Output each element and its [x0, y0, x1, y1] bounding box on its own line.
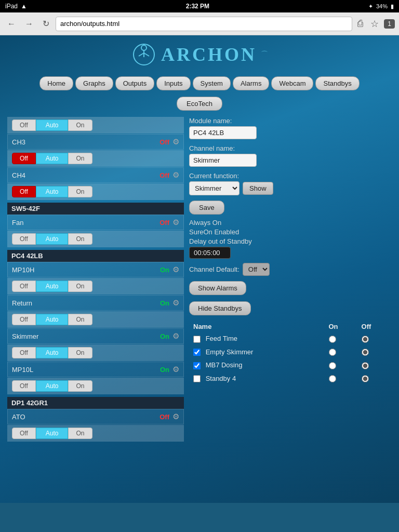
standby-mb7dosing-on-radio[interactable] — [329, 362, 336, 369]
auto-button-fan[interactable]: Auto — [36, 233, 69, 245]
off-button-3[interactable]: Off — [12, 186, 36, 197]
nav-webcam[interactable]: Webcam — [271, 76, 313, 90]
forward-button[interactable]: → — [22, 17, 36, 31]
channel-block-ch4: CH4 Off ⚙ — [7, 167, 184, 183]
standby-feedtime-on-radio[interactable] — [329, 336, 336, 343]
on-button-skimmer[interactable]: On — [68, 347, 92, 358]
off-button-skimmer[interactable]: Off — [12, 347, 36, 358]
standby-emptyskimmer-off-cell — [358, 346, 391, 358]
always-on-label: Always On — [189, 219, 392, 227]
mp10h-status: On — [160, 266, 169, 274]
nav-bar: Home Graphs Outputs Inputs System Alarms… — [0, 73, 399, 94]
off-button-1[interactable]: Off — [12, 119, 36, 131]
channel-name-input[interactable] — [189, 154, 257, 167]
bookmark-button[interactable]: ☆ — [368, 16, 381, 32]
on-button-mp10h[interactable]: On — [68, 281, 92, 292]
auto-button-2[interactable]: Auto — [36, 153, 69, 164]
channel-block-ch3: CH3 Off ⚙ — [7, 134, 184, 150]
fan-status: Off — [159, 219, 169, 227]
standby-mb7dosing-checkbox[interactable] — [193, 362, 201, 369]
ch3-gear-icon[interactable]: ⚙ — [172, 137, 179, 147]
control-row-1: Off Auto On — [8, 117, 183, 133]
auto-button-ato[interactable]: Auto — [36, 428, 69, 439]
standby-mb7dosing-cell: MB7 Dosing — [190, 359, 325, 371]
off-button-ato[interactable]: Off — [12, 428, 36, 439]
on-button-ato[interactable]: On — [68, 428, 92, 439]
mp10l-gear-icon[interactable]: ⚙ — [172, 365, 179, 374]
time-input[interactable] — [189, 247, 231, 259]
wifi-signal-icon: ⌒ — [261, 50, 268, 59]
channel-block-return-ctrl: Off Auto On — [7, 311, 184, 328]
nav-alarms[interactable]: Alarms — [233, 76, 269, 90]
on-button-1[interactable]: On — [68, 119, 92, 131]
nav-inputs[interactable]: Inputs — [156, 76, 190, 90]
ch3-label: CH3 — [12, 138, 156, 146]
content-area: Off Auto On CH3 Off ⚙ Off Auto On — [0, 114, 399, 445]
standby-standby4-cell: Standby 4 — [190, 373, 325, 385]
logo-icon — [131, 42, 157, 68]
ecotech-button[interactable]: EcoTech — [177, 97, 222, 111]
channel-default-select[interactable]: Off On — [243, 263, 270, 276]
ch4-gear-icon[interactable]: ⚙ — [172, 170, 179, 180]
off-button-mp10l[interactable]: Off — [12, 380, 36, 392]
url-input[interactable] — [56, 17, 352, 31]
reload-button[interactable]: ↻ — [39, 17, 52, 31]
off-button-2[interactable]: Off — [12, 153, 36, 164]
skimmer-gear-icon[interactable]: ⚙ — [172, 331, 179, 341]
fan-gear-icon[interactable]: ⚙ — [172, 218, 179, 227]
on-button-fan[interactable]: On — [68, 233, 92, 245]
standby-row-standby4: Standby 4 — [190, 373, 391, 385]
logo-text: ARCHON — [161, 44, 257, 65]
channel-block-fan-ctrl: Off Auto On — [7, 231, 184, 247]
auto-button-mp10h[interactable]: Auto — [36, 281, 69, 292]
save-button[interactable]: Save — [189, 201, 224, 215]
svg-point-1 — [141, 45, 147, 50]
skimmer-row: Skimmer On ⚙ — [8, 329, 183, 343]
auto-button-3[interactable]: Auto — [36, 186, 69, 197]
on-button-mp10l[interactable]: On — [68, 380, 92, 392]
function-select[interactable]: Skimmer Return Always On Light Heater — [189, 181, 240, 195]
function-label: Current function: — [189, 172, 392, 180]
back-button[interactable]: ← — [4, 17, 19, 31]
auto-button-return[interactable]: Auto — [36, 314, 69, 325]
standby-standby4-checkbox[interactable] — [193, 375, 201, 382]
standby-feedtime-off-radio[interactable] — [362, 336, 369, 343]
return-row: Return On ⚙ — [8, 296, 183, 310]
standby-emptyskimmer-checkbox[interactable] — [193, 349, 201, 356]
return-gear-icon[interactable]: ⚙ — [172, 298, 179, 308]
tab-count[interactable]: 1 — [384, 19, 395, 29]
show-function-button[interactable]: Show — [243, 182, 273, 195]
control-row-3: Off Auto On — [8, 184, 183, 200]
nav-outputs[interactable]: Outputs — [115, 76, 155, 90]
browser-bar: ← → ↻ ⎙ ☆ 1 — [0, 12, 399, 35]
share-button[interactable]: ⎙ — [355, 16, 365, 31]
standby-mb7dosing-off-radio[interactable] — [362, 362, 369, 369]
channel-block-return: Return On ⚙ — [7, 295, 184, 311]
show-alarms-button[interactable]: Show Alarms — [189, 281, 246, 295]
ato-gear-icon[interactable]: ⚙ — [172, 412, 179, 421]
standby-standby4-on-radio[interactable] — [329, 375, 336, 382]
module-name-input[interactable] — [189, 126, 257, 139]
control-row-mp10h: Off Auto On — [8, 278, 183, 294]
standby-emptyskimmer-off-radio[interactable] — [362, 349, 369, 356]
mp10h-gear-icon[interactable]: ⚙ — [172, 265, 179, 274]
hide-standbys-button[interactable]: Hide Standbys — [189, 301, 251, 315]
standby-emptyskimmer-on-radio[interactable] — [329, 349, 336, 356]
auto-button-mp10l[interactable]: Auto — [36, 380, 69, 392]
off-button-return[interactable]: Off — [12, 314, 36, 325]
standby-feedtime-checkbox[interactable] — [193, 336, 201, 343]
on-button-return[interactable]: On — [68, 314, 92, 325]
off-button-fan[interactable]: Off — [12, 233, 36, 245]
on-button-2[interactable]: On — [68, 153, 92, 164]
on-button-3[interactable]: On — [68, 186, 92, 197]
nav-system[interactable]: System — [193, 76, 231, 90]
off-button-mp10h[interactable]: Off — [12, 281, 36, 292]
auto-button-skimmer[interactable]: Auto — [36, 347, 69, 358]
auto-button-1[interactable]: Auto — [36, 119, 69, 131]
nav-standbys[interactable]: Standbys — [315, 76, 359, 90]
standby-standby4-off-radio[interactable] — [362, 375, 369, 382]
channel-block-mp10h: MP10H On ⚙ — [7, 262, 184, 277]
mp10h-label: MP10H — [12, 266, 157, 274]
nav-graphs[interactable]: Graphs — [75, 76, 113, 90]
nav-home[interactable]: Home — [39, 76, 73, 90]
